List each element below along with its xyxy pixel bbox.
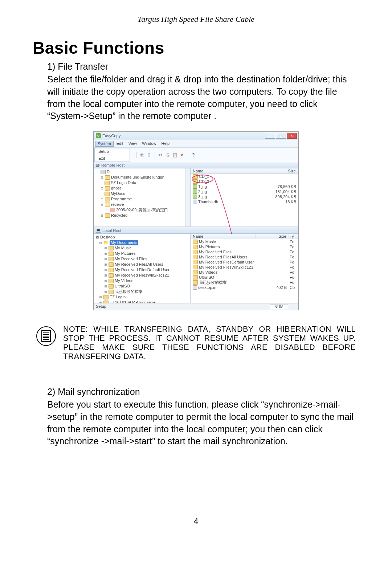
section2-body: Before you start to execute this functio… [47,399,356,448]
folder-icon [105,213,110,218]
folder-icon [193,255,198,259]
page-number: 4 [25,516,367,526]
separator-icon [136,152,136,158]
easycopy-window: ↻ EasyCopy — ▢ ✕ System Edit View Window… [93,131,299,310]
folder-icon [105,175,110,180]
remote-tree[interactable]: ⊟D: ⊞Dokumente und Einstellungen EZ Logi… [94,168,191,226]
note-icon [36,325,57,346]
new-window-icon[interactable]: ⧉ [139,152,145,158]
folder-icon [103,301,109,303]
folder-icon [109,284,114,289]
scrollbar[interactable] [185,168,190,226]
menu-system[interactable]: System [95,141,114,147]
folder-icon [105,181,110,185]
folder-icon [193,280,198,285]
folder-icon [105,197,110,201]
toolbar: ⧉ 🗎 ✂ ⎘ 📋 ✕ ? [130,148,199,162]
folder-icon [105,186,110,191]
folder-icon [109,257,114,261]
section2-heading: 2) Mail synchronization [47,387,356,397]
local-file-list[interactable]: Name Size Ty My MusicFo My PicturesFo My… [191,234,298,303]
menu-help[interactable]: Help [159,141,172,147]
folder-icon [109,279,114,283]
desktop-icon: 🖥 [95,234,99,240]
section1-body: Select the file/folder and drag it & dro… [47,73,356,122]
local-tree[interactable]: 🖥Desktop ⊟📁My Documents ⊞My Music ⊞My Pi… [94,234,191,303]
list-item: desktop.ini402 BCo [191,285,298,290]
drive-icon [100,170,106,174]
list-item: My Received FilesFo [191,249,298,254]
folder-icon [103,295,109,299]
statusbar: Setup NUM [94,303,298,310]
image-icon [193,189,197,194]
folder-icon [109,246,114,250]
folder-icon [193,250,198,254]
close-button[interactable]: ✕ [287,133,297,139]
numlock-indicator: NUM [270,304,288,309]
separator-icon [188,152,188,158]
mydocs-icon: 📁 [103,240,109,245]
document-icon[interactable]: 🗎 [146,152,152,158]
folder-icon [193,275,198,279]
column-size[interactable]: Size [256,234,289,239]
section1-heading: 1) File Transfer [47,61,356,72]
folder-icon [193,174,198,179]
app-icon: ↻ [96,133,101,138]
folder-icon [109,268,114,272]
folder-icon [109,252,114,256]
menu-edit[interactable]: Edit [114,141,126,147]
image-icon [193,184,197,189]
column-name[interactable]: Name [191,168,265,173]
menu-window[interactable]: Window [140,141,158,147]
list-item: UltraISOFo [191,275,298,280]
window-title: EasyCopy [102,134,121,138]
column-type[interactable]: Ty [289,234,298,239]
paste-icon[interactable]: 📋 [172,152,178,158]
status-text: Setup [96,304,106,309]
image-icon [193,195,197,199]
folder-icon [193,260,198,264]
separator-icon [155,152,155,158]
list-item: My VideosFo [191,270,298,275]
file-icon [193,285,197,290]
list-item: My Received FilesWin2kTc121Fo [191,265,298,270]
list-item: My PicturesFo [191,244,298,249]
maximize-button[interactable]: ▢ [276,133,286,139]
list-item: My MusicFo [191,239,298,244]
folder-icon [109,262,114,267]
page-title: Basic Functions [33,38,367,58]
remote-host-header: 🖳 Remote Host [94,162,298,168]
titlebar[interactable]: ↻ EasyCopy — ▢ ✕ [94,132,298,140]
folder-icon [109,273,114,278]
copy-icon[interactable]: ⎘ [165,152,171,158]
menubar: System Edit View Window Help [94,140,298,148]
menu-view[interactable]: View [126,141,139,147]
folder-icon [193,179,198,184]
menu-item-setup[interactable]: Setup [95,148,130,155]
running-header: Targus High Speed File Share Cable [33,15,359,27]
cut-icon[interactable]: ✂ [158,152,163,158]
delete-icon[interactable]: ✕ [179,152,185,158]
folder-icon [105,203,110,207]
list-item: 我已接收的檔案Fo [191,280,298,285]
folder-icon [193,240,198,244]
list-item: My Received FilesAll UsersFo [191,254,298,260]
minimize-button[interactable]: — [265,133,275,139]
folder-icon [110,208,115,212]
note-text: NOTE: WHILE TRANSFERING DATA, STANDBY OR… [63,325,356,361]
column-size[interactable]: Size [265,168,298,173]
file-icon [193,200,197,204]
list-item: My Received FilesDefault UserFo [191,260,298,265]
remote-host-icon: 🖳 [96,163,100,167]
column-name[interactable]: Name [191,234,256,239]
folder-icon [105,192,110,196]
help-icon[interactable]: ? [191,152,196,158]
folder-icon [193,245,198,249]
local-host-header: 💻 Local Host [94,227,298,234]
remote-file-list[interactable]: Name Size CD_1 CD_2 1.jpg78,860 KB 2.jpg… [191,168,298,226]
selected-folder[interactable]: My Documents [110,240,138,245]
menu-item-exit[interactable]: Exit [95,155,130,162]
system-dropdown: Setup Exit [94,148,130,162]
folder-icon [109,290,114,294]
folder-icon [193,265,198,269]
